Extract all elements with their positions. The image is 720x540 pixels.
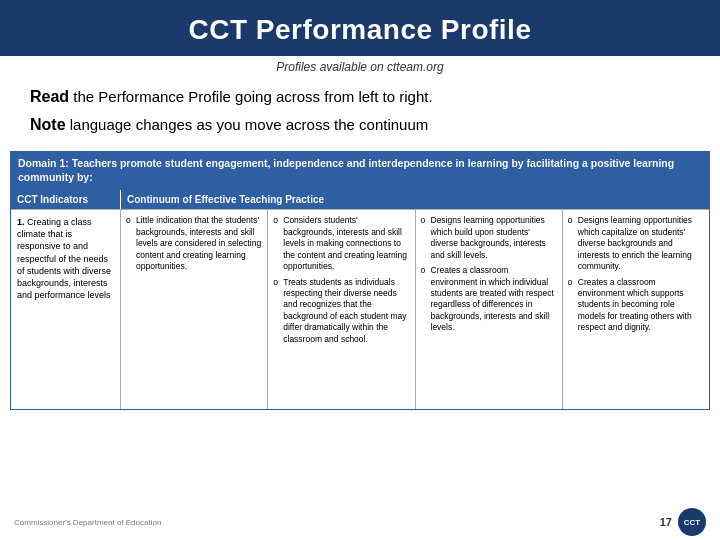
column-headers: CCT Indicators Continuum of Effective Te… xyxy=(11,190,709,209)
bullet-text: Creates a classroom environment in which… xyxy=(431,265,557,334)
list-item: o Creates a classroom environment which … xyxy=(568,277,704,334)
bullet-item-2: Note language changes as you move across… xyxy=(30,114,690,136)
bullet-dot: o xyxy=(273,277,283,346)
list-item: o Designs learning opportunities which b… xyxy=(421,215,557,261)
list-item: o Considers students' backgrounds, inter… xyxy=(273,215,409,272)
bullet-dot: o xyxy=(568,215,578,272)
bullet-2-text: language changes as you move across the … xyxy=(66,116,429,133)
indicator-text: Creating a class climate that is respons… xyxy=(17,217,111,300)
bullet-dot: o xyxy=(126,215,136,272)
header: CCT Performance Profile xyxy=(0,0,720,56)
bullet-list: Read the Performance Profile going acros… xyxy=(0,76,720,151)
bullet-1-text: the Performance Profile going across fro… xyxy=(69,88,433,105)
bullet-1-bold: Read xyxy=(30,88,69,105)
page: CCT Performance Profile Profiles availab… xyxy=(0,0,720,540)
continuum-cells: o Little indication that the students' b… xyxy=(121,209,709,409)
bullet-text: Designs learning opportunities which bui… xyxy=(431,215,557,261)
bullet-dot: o xyxy=(568,277,578,334)
list-item: o Little indication that the students' b… xyxy=(126,215,262,272)
col-header-continuum: Continuum of Effective Teaching Practice xyxy=(121,190,709,209)
indicator-cell: 1. Creating a class climate that is resp… xyxy=(11,209,121,409)
list-item: o Treats students as individuals respect… xyxy=(273,277,409,346)
list-item: o Creates a classroom environment in whi… xyxy=(421,265,557,334)
domain-header: Domain 1: Teachers promote student engag… xyxy=(10,151,710,190)
continuum-cell-3: o Designs learning opportunities which b… xyxy=(416,210,563,409)
bullet-dot: o xyxy=(421,215,431,261)
list-item: o Designs learning opportunities which c… xyxy=(568,215,704,272)
bullet-text: Treats students as individuals respectin… xyxy=(283,277,409,346)
domain-section: Domain 1: Teachers promote student engag… xyxy=(0,151,720,504)
col-header-cct: CCT Indicators xyxy=(11,190,121,209)
bullet-item-1: Read the Performance Profile going acros… xyxy=(30,86,690,108)
page-number: 17 xyxy=(660,516,672,528)
bullet-text: Creates a classroom environment which su… xyxy=(578,277,704,334)
page-title: CCT Performance Profile xyxy=(20,14,700,46)
continuum-cell-1: o Little indication that the students' b… xyxy=(121,210,268,409)
bullet-dot: o xyxy=(273,215,283,272)
table-container: CCT Indicators Continuum of Effective Te… xyxy=(10,190,710,410)
bullet-dot: o xyxy=(421,265,431,334)
footer-text: Commissioner's Department of Education xyxy=(14,518,660,527)
logo-icon: CCT xyxy=(678,508,706,536)
bullet-text: Little indication that the students' bac… xyxy=(136,215,262,272)
bullet-2-bold: Note xyxy=(30,116,66,133)
indicator-number: 1. xyxy=(17,217,25,227)
bullet-text: Considers students' backgrounds, interes… xyxy=(283,215,409,272)
footer: Commissioner's Department of Education 1… xyxy=(0,504,720,540)
continuum-cell-2: o Considers students' backgrounds, inter… xyxy=(268,210,415,409)
table-body: 1. Creating a class climate that is resp… xyxy=(11,209,709,409)
continuum-cell-4: o Designs learning opportunities which c… xyxy=(563,210,709,409)
subtitle: Profiles available on ctteam.org xyxy=(0,56,720,76)
bullet-text: Designs learning opportunities which cap… xyxy=(578,215,704,272)
